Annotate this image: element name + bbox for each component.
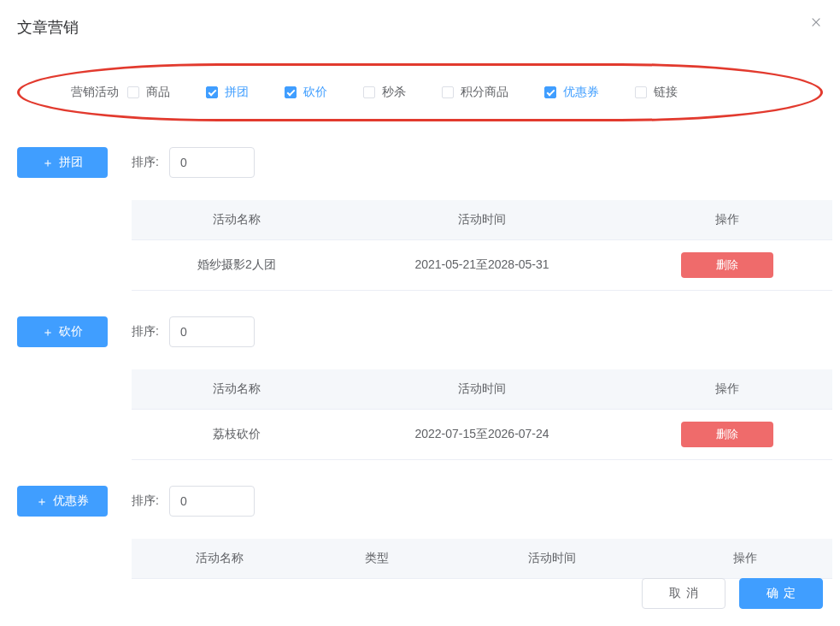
cell-name: 婚纱摄影2人团 — [132, 240, 342, 291]
activity-label: 营销活动 — [71, 85, 119, 100]
table-row: 荔枝砍价 2022-07-15至2026-07-24 删除 — [132, 410, 832, 460]
plus-icon: ＋ — [42, 326, 54, 338]
checkbox-label: 拼团 — [225, 85, 249, 100]
checkbox-miaosha[interactable]: 秒杀 — [363, 85, 406, 100]
sort-block: 排序: — [132, 486, 255, 517]
coupon-table: 活动名称 类型 活动时间 操作 — [132, 539, 832, 579]
checkbox-box-icon — [206, 86, 218, 98]
col-header-name: 活动名称 — [132, 369, 342, 410]
close-icon[interactable] — [809, 15, 823, 29]
coupon-table-wrap: 活动名称 类型 活动时间 操作 — [132, 539, 823, 579]
kanjia-section-header: ＋ 砍价 排序: — [17, 316, 823, 347]
col-header-type: 类型 — [307, 539, 447, 579]
coupon-section-header: ＋ 优惠券 排序: — [17, 486, 823, 517]
cell-name: 荔枝砍价 — [132, 410, 342, 460]
pintuan-table: 活动名称 活动时间 操作 婚纱摄影2人团 2021-05-21至2028-05-… — [132, 200, 832, 291]
sort-label: 排序: — [132, 155, 159, 170]
col-header-time: 活动时间 — [342, 200, 622, 240]
checkbox-pintuan[interactable]: 拼团 — [206, 85, 249, 100]
add-kanjia-button[interactable]: ＋ 砍价 — [17, 316, 108, 347]
checkbox-coupon[interactable]: 优惠券 — [544, 85, 599, 100]
pintuan-table-wrap: 活动名称 活动时间 操作 婚纱摄影2人团 2021-05-21至2028-05-… — [132, 200, 823, 291]
kanjia-table: 活动名称 活动时间 操作 荔枝砍价 2022-07-15至2026-07-24 … — [132, 369, 832, 460]
sort-label: 排序: — [132, 324, 159, 340]
col-header-ops: 操作 — [657, 539, 832, 579]
confirm-button[interactable]: 确定 — [739, 578, 823, 609]
kanjia-sort-input[interactable] — [169, 316, 255, 347]
checkbox-label: 积分商品 — [461, 85, 508, 100]
plus-icon: ＋ — [42, 156, 54, 168]
delete-button[interactable]: 删除 — [681, 252, 773, 278]
checkbox-box-icon — [635, 86, 647, 98]
dialog-title: 文章营销 — [17, 17, 823, 38]
checkbox-box-icon — [544, 86, 556, 98]
col-header-ops: 操作 — [622, 200, 832, 240]
checkbox-box-icon — [127, 86, 139, 98]
add-button-label: 拼团 — [59, 155, 83, 170]
plus-icon: ＋ — [36, 495, 48, 507]
coupon-sort-input[interactable] — [169, 486, 255, 517]
checkbox-box-icon — [285, 86, 297, 98]
checkbox-label: 链接 — [654, 85, 678, 100]
sort-block: 排序: — [132, 316, 255, 347]
cell-time: 2021-05-21至2028-05-31 — [342, 240, 622, 291]
cancel-button[interactable]: 取消 — [642, 578, 725, 609]
kanjia-table-wrap: 活动名称 活动时间 操作 荔枝砍价 2022-07-15至2026-07-24 … — [132, 369, 823, 460]
activity-options-row: 营销活动 商品拼团砍价秒杀积分商品优惠券链接 — [17, 63, 823, 121]
cell-time: 2022-07-15至2026-07-24 — [342, 410, 622, 460]
checkbox-goods[interactable]: 商品 — [127, 85, 170, 100]
sort-label: 排序: — [132, 493, 159, 509]
add-pintuan-button[interactable]: ＋ 拼团 — [17, 147, 108, 178]
checkbox-link[interactable]: 链接 — [635, 85, 678, 100]
add-coupon-button[interactable]: ＋ 优惠券 — [17, 486, 108, 517]
add-button-label: 优惠券 — [53, 493, 89, 509]
checkbox-box-icon — [363, 86, 375, 98]
dialog-footer: 取消 确定 — [642, 578, 823, 609]
checkbox-kanjia[interactable]: 砍价 — [285, 85, 327, 100]
checkbox-jifen[interactable]: 积分商品 — [442, 85, 508, 100]
cell-ops: 删除 — [622, 410, 832, 460]
delete-button[interactable]: 删除 — [681, 422, 773, 447]
table-row: 婚纱摄影2人团 2021-05-21至2028-05-31 删除 — [132, 240, 832, 291]
checkbox-label: 商品 — [146, 85, 170, 100]
checkbox-box-icon — [442, 86, 454, 98]
sort-block: 排序: — [132, 147, 255, 178]
col-header-name: 活动名称 — [132, 539, 307, 579]
cell-ops: 删除 — [622, 240, 832, 291]
checkbox-label: 砍价 — [303, 85, 327, 100]
checkbox-label: 秒杀 — [382, 85, 406, 100]
col-header-time: 活动时间 — [447, 539, 657, 579]
add-button-label: 砍价 — [59, 324, 83, 340]
activity-checkbox-group: 商品拼团砍价秒杀积分商品优惠券链接 — [127, 85, 769, 100]
pintuan-sort-input[interactable] — [169, 147, 255, 178]
checkbox-label: 优惠券 — [563, 85, 599, 100]
col-header-time: 活动时间 — [342, 369, 622, 410]
pintuan-section-header: ＋ 拼团 排序: — [17, 147, 823, 178]
col-header-name: 活动名称 — [132, 200, 342, 240]
col-header-ops: 操作 — [622, 369, 832, 410]
